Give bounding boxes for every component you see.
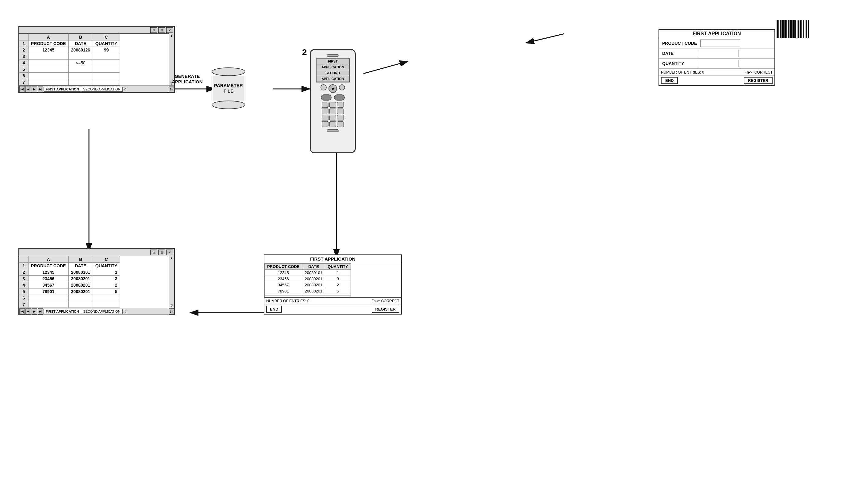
- key-6[interactable]: [337, 109, 344, 114]
- key-5[interactable]: [329, 109, 336, 114]
- result-entries-count: NUMBER OF ENTRIES: 0: [266, 299, 310, 303]
- bottom-row-2: 2 12345 20080101 1: [19, 269, 120, 275]
- key-9[interactable]: [337, 115, 344, 121]
- top-cell-a-2: 12345: [28, 47, 69, 53]
- top-tab-first[interactable]: FIRST APPLICATION: [44, 87, 81, 92]
- top-close-btn[interactable]: ✕: [166, 27, 173, 33]
- key-1[interactable]: [322, 102, 328, 108]
- bottom-nav-first[interactable]: |◀: [19, 308, 25, 315]
- key-2[interactable]: [329, 102, 336, 108]
- bottom-cell-c-7: [93, 302, 120, 308]
- bottom-restore-btn[interactable]: ⊡: [158, 249, 165, 255]
- product-code-input[interactable]: [700, 39, 740, 47]
- top-nav-last[interactable]: ▶|: [38, 86, 43, 92]
- bottom-tab-second[interactable]: SECOND APPLICATION: [81, 309, 122, 314]
- bottom-cell-a-6: [28, 295, 69, 302]
- top-cell-b-2: 20080126: [68, 47, 93, 53]
- top-scroll-up[interactable]: ▲: [170, 34, 173, 37]
- date-label: DATE: [662, 51, 696, 56]
- bottom-cell-b-6: [68, 295, 93, 302]
- device-btn-right[interactable]: [339, 84, 345, 90]
- result-col-product: PRODUCT CODE: [265, 264, 302, 270]
- bottom-scroll-up[interactable]: ▲: [170, 256, 173, 260]
- bottom-cell-a-4: 34567: [28, 282, 69, 288]
- form-end-btn[interactable]: END: [661, 77, 678, 84]
- key-star[interactable]: [322, 121, 328, 127]
- result-cell-date-4: 20080201: [302, 288, 325, 294]
- top-tab-second[interactable]: SECOND APPLICATION: [81, 87, 122, 92]
- result-row-6: [265, 296, 351, 297]
- top-row-1: 1 PRODUCT CODE DATE QUANTITY: [19, 40, 120, 47]
- device-speaker-bottom: [327, 130, 339, 132]
- form-register-btn[interactable]: REGISTER: [744, 77, 772, 84]
- bottom-bottom-bar: |◀ ◀ ▶ ▶| FIRST APPLICATION SECOND APPLI…: [19, 308, 174, 315]
- bottom-tab-extra: /◁: [123, 309, 126, 313]
- top-nav-prev[interactable]: ◀: [25, 86, 31, 92]
- first-app-form-title: FIRST APPLICATION: [659, 30, 775, 38]
- bottom-rownum-2: 2: [19, 269, 28, 275]
- top-cell-a-6: [28, 73, 69, 79]
- barcode: [777, 20, 809, 38]
- bottom-rownum-5: 5: [19, 288, 28, 295]
- top-rownum-5: 5: [19, 66, 28, 73]
- top-restore-btn[interactable]: ⊡: [158, 27, 165, 33]
- bottom-col-header-c: C: [93, 256, 120, 263]
- result-row-1: 12345 20080101 1: [265, 270, 351, 276]
- bottom-cell-a-5: 78901: [28, 288, 69, 295]
- device-keypad: [322, 102, 344, 127]
- key-4[interactable]: [322, 109, 328, 114]
- device-call-btn-right[interactable]: [334, 95, 345, 100]
- result-end-btn[interactable]: END: [266, 306, 282, 313]
- device-nav-buttons: ●: [321, 84, 345, 93]
- bottom-close-btn[interactable]: ✕: [166, 249, 173, 255]
- key-8[interactable]: [329, 115, 336, 121]
- bottom-col-header-b: B: [68, 256, 93, 263]
- first-app-form: FIRST APPLICATION PRODUCT CODE DATE QUAN…: [659, 29, 775, 86]
- bottom-tab-first[interactable]: FIRST APPLICATION: [44, 309, 81, 314]
- key-0[interactable]: [329, 121, 336, 127]
- device-call-btn-left[interactable]: [321, 95, 332, 100]
- result-cell-product-1: 12345: [265, 270, 302, 276]
- top-cell-b-1: DATE: [68, 40, 93, 47]
- key-hash[interactable]: [337, 121, 344, 127]
- device-btn-center[interactable]: ●: [328, 84, 337, 93]
- bottom-scroll-down[interactable]: ▽: [170, 304, 173, 307]
- bottom-scrollbar[interactable]: ▲ ▽: [169, 256, 174, 308]
- bottom-cell-a-2: 12345: [28, 269, 69, 275]
- bottom-cell-c-1: QUANTITY: [93, 263, 120, 269]
- top-rownum-6: 6: [19, 73, 28, 79]
- bottom-row-7: 7: [19, 302, 120, 308]
- top-nav-next[interactable]: ▶: [32, 86, 37, 92]
- bottom-minimize-btn[interactable]: □: [150, 249, 157, 255]
- cylinder-body: PARAMETER FILE: [212, 76, 245, 100]
- quantity-input[interactable]: [699, 60, 739, 67]
- date-input[interactable]: [699, 50, 739, 57]
- bottom-col-header-empty: [19, 256, 28, 263]
- top-cell-a-1: PRODUCT CODE: [28, 40, 69, 47]
- key-3[interactable]: [337, 102, 344, 108]
- bottom-scroll-right-btn[interactable]: ▷: [169, 308, 174, 315]
- key-7[interactable]: [322, 115, 328, 121]
- top-scroll-right-btn[interactable]: ▷: [169, 86, 174, 92]
- bottom-rownum-6: 6: [19, 295, 28, 302]
- bottom-nav-prev[interactable]: ◀: [25, 308, 31, 315]
- top-nav-first[interactable]: |◀: [19, 86, 25, 92]
- screen-row-1: FIRST: [316, 59, 349, 64]
- bottom-nav-last[interactable]: ▶|: [38, 308, 43, 315]
- top-cell-c-1: QUANTITY: [93, 40, 120, 47]
- quantity-label: QUANTITY: [662, 61, 696, 66]
- result-table: PRODUCT CODE DATE QUANTITY 12345 2008010…: [264, 263, 351, 297]
- result-register-btn[interactable]: REGISTER: [372, 306, 399, 313]
- device-number-label: 2: [302, 48, 307, 57]
- bottom-nav-next[interactable]: ▶: [32, 308, 37, 315]
- top-minimize-btn[interactable]: □: [150, 27, 157, 33]
- bottom-cell-b-4: 20080201: [68, 282, 93, 288]
- result-form-footer: NUMBER OF ENTRIES: 0 Fn->: CORRECT: [264, 297, 401, 304]
- top-cell-b-7: [68, 79, 93, 86]
- top-cell-c-4: [93, 60, 120, 66]
- bottom-row-6: 6: [19, 295, 120, 302]
- col-header-a: A: [28, 34, 69, 40]
- top-cell-a-5: [28, 66, 69, 73]
- device-btn-left[interactable]: [321, 84, 327, 90]
- bottom-spreadsheet-titlebar: □ ⊡ ✕: [19, 249, 174, 256]
